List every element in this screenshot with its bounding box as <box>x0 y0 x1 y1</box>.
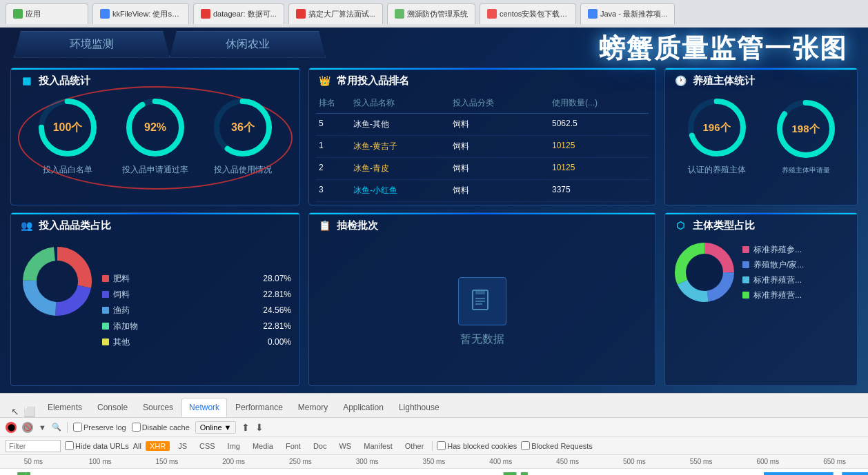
tl-100ms: 100 ms <box>67 458 134 465</box>
tl-200ms: 200 ms <box>200 458 267 465</box>
donut-certified: 196个 <box>686 97 748 159</box>
timeline-area: 50 ms 100 ms 150 ms 200 ms 250 ms 300 ms… <box>0 455 868 475</box>
applied-value: 198个 <box>791 122 819 135</box>
tab-favicon <box>201 9 210 19</box>
browser-tab-2[interactable]: kkFileView: 使用sp... <box>92 3 189 24</box>
rank-3: 2 <box>316 161 351 176</box>
svg-rect-28 <box>26 472 30 475</box>
nav-tab-leisure[interactable]: 休闲农业 <box>170 31 326 58</box>
browser-bar: 应用 kkFileView: 使用sp... datagear: 数据可... … <box>0 0 868 28</box>
middle-column: 👑 常用投入品排名 排名 投入品名称 投入品分类 使用数量(...) 5 冰鱼-… <box>308 68 656 386</box>
clock-icon: 🕐 <box>673 74 687 88</box>
legend-dot-4 <box>742 292 749 299</box>
search-icon[interactable]: 🔍 <box>52 423 61 432</box>
export-button[interactable]: ⬇ <box>255 422 264 433</box>
blocked-cookies-checkbox[interactable]: Has blocked cookies <box>437 441 517 450</box>
preserve-log-check[interactable] <box>73 423 82 432</box>
filter-css[interactable]: CSS <box>195 441 219 451</box>
devtools-tab-application[interactable]: Application <box>336 398 391 417</box>
tab-favicon <box>487 9 497 19</box>
filter-js[interactable]: JS <box>174 441 191 451</box>
browser-tab-6[interactable]: centos安装包下载_... <box>480 3 576 24</box>
filter-input[interactable] <box>6 440 61 452</box>
certified-value: 196个 <box>702 121 730 134</box>
legend-standard-farm-3: 标准养殖营... <box>742 290 804 301</box>
filter-ws[interactable]: WS <box>335 441 355 451</box>
filter-xhr[interactable]: XHR <box>146 441 170 451</box>
tl-350ms: 350 ms <box>401 458 468 465</box>
entity-donut-chart <box>673 241 736 303</box>
tab-favicon <box>296 9 306 19</box>
approval-label: 投入品申请通过率 <box>122 164 188 176</box>
left-column: ▦ 投入品统计 100个 投入品白名单 <box>10 68 300 386</box>
name-1: 冰鱼-其他 <box>351 117 450 132</box>
devtools-device-icon[interactable]: ⬜ <box>23 406 35 417</box>
svg-rect-30 <box>521 472 528 475</box>
filter-font[interactable]: Font <box>282 441 305 451</box>
common-products-panel: 👑 常用投入品排名 排名 投入品名称 投入品分类 使用数量(...) 5 冰鱼-… <box>308 68 656 205</box>
circle-applied: 198个 养殖主体申请量 <box>775 98 837 175</box>
circle-certified: 196个 认证的养殖主体 <box>686 97 748 176</box>
devtools-tab-network[interactable]: Network <box>181 398 227 417</box>
preserve-log-checkbox[interactable]: Preserve log <box>73 423 126 432</box>
browser-tab-1[interactable]: 应用 <box>6 3 88 24</box>
entity-type-header: ⬡ 主体类型占比 <box>665 213 857 238</box>
farming-stats-panel: 🕐 养殖主体统计 196个 认证的养殖主体 <box>664 68 858 205</box>
devtools-tab-sources[interactable]: Sources <box>136 398 180 417</box>
circle-usage: 36个 投入品使用情况 <box>212 97 274 176</box>
name-3: 冰鱼-青皮 <box>351 161 450 176</box>
count-2: 10125 <box>549 139 649 154</box>
browser-tab-5[interactable]: 溯源防伪管理系统 <box>387 3 475 24</box>
nav-tab-environment[interactable]: 环境监测 <box>14 31 170 58</box>
entity-type-panel: ⬡ 主体类型占比 <box>664 212 858 386</box>
filter-manifest[interactable]: Manifest <box>359 441 397 451</box>
browser-tab-3[interactable]: datagear: 数据可... <box>193 3 284 24</box>
clear-button[interactable]: 🚫 <box>22 422 33 433</box>
input-stats-header: ▦ 投入品统计 <box>11 68 299 93</box>
tl-450ms: 450 ms <box>534 458 601 465</box>
disable-cache-check[interactable] <box>132 423 141 432</box>
tl-150ms: 150 ms <box>134 458 201 465</box>
divider <box>67 422 68 433</box>
blocked-requests-checkbox[interactable]: Blocked Requests <box>521 441 593 450</box>
devtools-tab-memory[interactable]: Memory <box>291 398 335 417</box>
legend-standard-farm-2: 标准养殖营... <box>742 274 804 286</box>
entity-type-content: 标准养殖参... 养殖散户/家... 标准养殖营... 标准养殖营.. <box>665 238 857 307</box>
hide-data-urls-check[interactable] <box>65 441 74 450</box>
blocked-cookies-check[interactable] <box>437 441 446 450</box>
count-3: 10125 <box>549 161 649 176</box>
legend-pct-medicine: 24.56% <box>263 305 291 315</box>
devtools-tab-elements[interactable]: Elements <box>41 398 89 417</box>
devtools-tab-performance[interactable]: Performance <box>228 398 290 417</box>
legend-dot-3 <box>742 276 749 283</box>
tab-favicon <box>100 9 110 19</box>
legend-dot-medicine <box>102 307 109 314</box>
tab-favicon <box>395 9 404 19</box>
timeline-labels: 50 ms 100 ms 150 ms 200 ms 250 ms 300 ms… <box>0 455 868 469</box>
devtools-tab-console[interactable]: Console <box>90 398 135 417</box>
legend-dot-other <box>102 338 109 345</box>
legend-individual-farm: 养殖散户/家... <box>742 259 804 271</box>
online-dropdown[interactable]: Online ▼ <box>195 421 237 434</box>
record-button[interactable]: ⬤ <box>6 422 17 433</box>
blocked-requests-check[interactable] <box>521 441 530 450</box>
filter-doc[interactable]: Doc <box>309 441 331 451</box>
legend-dot-2 <box>742 261 749 268</box>
usage-label: 投入品使用情况 <box>214 164 272 176</box>
filter-other[interactable]: Other <box>401 441 428 451</box>
devtools-inspect-icon[interactable]: ↖ <box>11 406 19 417</box>
donut-usage: 36个 <box>212 97 274 159</box>
browser-tab-4[interactable]: 搞定大厂算法面试... <box>288 3 383 24</box>
browser-tab-7[interactable]: Java - 最新推荐项... <box>580 3 675 24</box>
filter-img[interactable]: Img <box>224 441 244 451</box>
tl-400ms: 400 ms <box>467 458 534 465</box>
filter-media[interactable]: Media <box>248 441 277 451</box>
devtools-tab-lighthouse[interactable]: Lighthouse <box>392 398 446 417</box>
filter-icon[interactable]: ▼ <box>39 423 46 432</box>
disable-cache-checkbox[interactable]: Disable cache <box>132 423 190 432</box>
filter-all[interactable]: All <box>133 442 141 450</box>
circles-container: 100个 投入品白名单 92% 投入品申请通过率 <box>11 93 299 179</box>
people-icon: 👥 <box>19 219 33 232</box>
import-button[interactable]: ⬆ <box>241 422 250 433</box>
hide-data-urls-checkbox[interactable]: Hide data URLs <box>65 441 129 450</box>
